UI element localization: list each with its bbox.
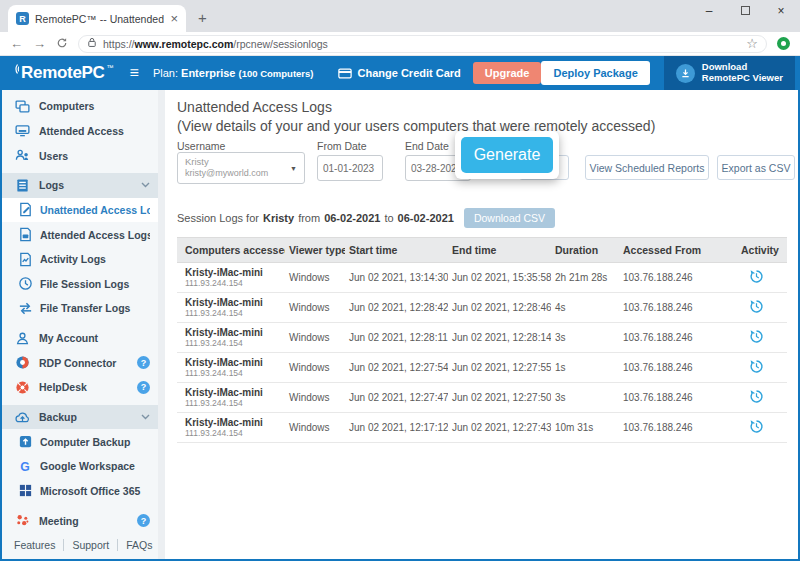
upgrade-button[interactable]: Upgrade xyxy=(473,62,542,84)
change-credit-card-link[interactable]: Change Credit Card xyxy=(338,67,461,79)
sidebar-item-unattended-access-logs[interactable]: Unattended Access Logs xyxy=(2,198,158,223)
activity-history-icon[interactable] xyxy=(749,359,764,374)
browser-tab-bar: R RemotePC™ -- Unattended Acce × + – × xyxy=(0,0,800,32)
viewer-type: Windows xyxy=(285,323,345,353)
download-viewer-button[interactable]: DownloadRemotePC Viewer xyxy=(664,56,795,90)
address-input[interactable]: https://www.remotepc.com/rpcnew/sessionl… xyxy=(78,35,767,53)
reload-icon[interactable] xyxy=(56,37,68,51)
sidebar-item-computer-backup[interactable]: Computer Backup xyxy=(2,429,158,454)
activity-history-icon[interactable] xyxy=(749,419,764,434)
sidebar-item-activity-logs[interactable]: Activity Logs xyxy=(2,247,158,272)
computer-name: Kristy-iMac-mini xyxy=(185,297,281,308)
footer-link-support[interactable]: Support xyxy=(64,539,118,551)
viewer-type: Windows xyxy=(285,353,345,383)
computer-ip: 111.93.244.154 xyxy=(185,338,281,348)
session-table-body: Kristy-iMac-mini 111.93.244.154 Windows … xyxy=(177,263,787,443)
window-minimize-button[interactable]: – xyxy=(700,4,718,18)
extension-icon[interactable] xyxy=(777,37,790,50)
activity-history-icon[interactable] xyxy=(749,329,764,344)
end-date-label: End Date xyxy=(405,140,449,152)
sidebar-group-backup[interactable]: Backup xyxy=(2,405,158,430)
deploy-package-button[interactable]: Deploy Package xyxy=(541,61,649,85)
my-account-icon xyxy=(15,331,30,346)
activity-logs-icon xyxy=(18,252,33,267)
sidebar-item-meeting[interactable]: Meeting ? xyxy=(2,508,158,533)
browser-tab[interactable]: R RemotePC™ -- Unattended Acce × xyxy=(8,5,186,32)
start-time: Jun 02 2021, 12:17:12 xyxy=(345,413,448,443)
sidebar-group-logs[interactable]: Logs xyxy=(2,173,158,198)
sidebar-item-my-account[interactable]: My Account xyxy=(2,326,158,351)
duration: 3s xyxy=(551,323,619,353)
help-icon[interactable]: ? xyxy=(137,514,150,527)
sidebar-item-file-session-logs[interactable]: File Session Logs xyxy=(2,271,158,296)
forward-icon[interactable]: → xyxy=(33,37,46,50)
activity-history-icon[interactable] xyxy=(749,389,764,404)
main-content: Unattended Access Logs (View details of … xyxy=(165,90,798,559)
sidebar-item-helpdesk[interactable]: HelpDesk ? xyxy=(2,375,158,400)
activity-history-icon[interactable] xyxy=(749,269,764,284)
from-date-input[interactable]: 01-01-2023 xyxy=(317,155,383,181)
table-row[interactable]: Kristy-iMac-mini 111.93.244.154 Windows … xyxy=(177,263,787,293)
url-text: https://www.remotepc.com/rpcnew/sessionl… xyxy=(103,38,328,50)
logs-icon xyxy=(15,178,30,193)
remotepc-logo: RemotePC ™ xyxy=(10,63,114,83)
table-row[interactable]: Kristy-iMac-mini 111.93.244.154 Windows … xyxy=(177,383,787,413)
sidebar-item-microsoft-office-365[interactable]: Microsoft Office 365 xyxy=(2,479,158,504)
computer-backup-icon xyxy=(18,434,33,449)
table-row[interactable]: Kristy-iMac-mini 111.93.244.154 Windows … xyxy=(177,353,787,383)
computer-name: Kristy-iMac-mini xyxy=(185,357,281,368)
activity-history-icon[interactable] xyxy=(749,299,764,314)
generate-button[interactable]: Generate xyxy=(461,137,553,173)
new-tab-button[interactable]: + xyxy=(198,9,207,26)
page-title: Unattended Access Logs xyxy=(177,99,786,115)
computer-name: Kristy-iMac-mini xyxy=(185,267,281,278)
caret-down-icon: ▼ xyxy=(290,165,297,172)
help-icon[interactable]: ? xyxy=(137,356,150,369)
footer-link-features[interactable]: Features xyxy=(14,539,64,551)
window-close-button[interactable]: × xyxy=(772,4,790,18)
attended-access-logs-icon xyxy=(18,227,33,242)
download-csv-button[interactable]: Download CSV xyxy=(464,208,555,228)
back-icon[interactable]: ← xyxy=(10,37,23,50)
sidebar-item-file-transfer-logs[interactable]: File Transfer Logs xyxy=(2,296,158,321)
duration: 4s xyxy=(551,293,619,323)
col-activity: Activity xyxy=(737,238,787,263)
end-time: Jun 02 2021, 15:35:58 xyxy=(448,263,551,293)
table-row[interactable]: Kristy-iMac-mini 111.93.244.154 Windows … xyxy=(177,323,787,353)
help-icon[interactable]: ? xyxy=(137,381,150,394)
sidebar-item-attended-access-logs[interactable]: Attended Access Logs xyxy=(2,222,158,247)
window-maximize-button[interactable] xyxy=(736,4,754,18)
username-value: Kristy xyxy=(185,156,290,168)
end-time: Jun 02 2021, 12:27:43 xyxy=(448,413,551,443)
accessed-from: 103.76.188.246 xyxy=(619,323,737,353)
view-scheduled-reports-button[interactable]: View Scheduled Reports xyxy=(585,155,709,180)
sidebar-item-rdp-connector[interactable]: RDP Connector ? xyxy=(2,350,158,375)
username-email: kristy@myworld.com xyxy=(185,168,290,179)
bookmark-star-icon[interactable]: ☆ xyxy=(746,37,758,50)
sidebar-item-users[interactable]: Users xyxy=(2,143,158,168)
sidebar-item-attended-access[interactable]: Attended Access xyxy=(2,119,158,144)
sidebar-item-computers[interactable]: Computers xyxy=(2,94,158,119)
table-row[interactable]: Kristy-iMac-mini 111.93.244.154 Windows … xyxy=(177,293,787,323)
start-time: Jun 02 2021, 13:14:30 xyxy=(345,263,448,293)
footer-link-faqs[interactable]: FAQs xyxy=(118,539,158,551)
browser-window: R RemotePC™ -- Unattended Acce × + – × ←… xyxy=(0,0,800,561)
accessed-from: 103.76.188.246 xyxy=(619,383,737,413)
file-session-logs-icon xyxy=(18,276,33,291)
export-as-csv-button[interactable]: Export as CSV xyxy=(717,155,795,180)
sidebar-footer: Features Support FAQs xyxy=(2,533,158,559)
start-time: Jun 02 2021, 12:27:54 xyxy=(345,353,448,383)
sidebar-divider xyxy=(158,90,165,559)
table-row[interactable]: Kristy-iMac-mini 111.93.244.154 Windows … xyxy=(177,413,787,443)
viewer-type: Windows xyxy=(285,293,345,323)
menu-icon[interactable]: ≡ xyxy=(130,64,139,82)
viewer-type: Windows xyxy=(285,383,345,413)
table-header-row: Computers accessed Viewer type Start tim… xyxy=(177,238,787,263)
sidebar-item-google-workspace[interactable]: G Google Workspace xyxy=(2,454,158,479)
remotepc-favicon-icon: R xyxy=(16,12,29,25)
username-select[interactable]: Kristy kristy@myworld.com ▼ xyxy=(177,152,305,184)
session-summary: Session Logs for Kristy from 06-02-2021 … xyxy=(177,208,786,228)
username-label: Username xyxy=(177,140,225,152)
rdp-connector-icon xyxy=(15,355,30,370)
tab-close-icon[interactable]: × xyxy=(170,12,178,25)
